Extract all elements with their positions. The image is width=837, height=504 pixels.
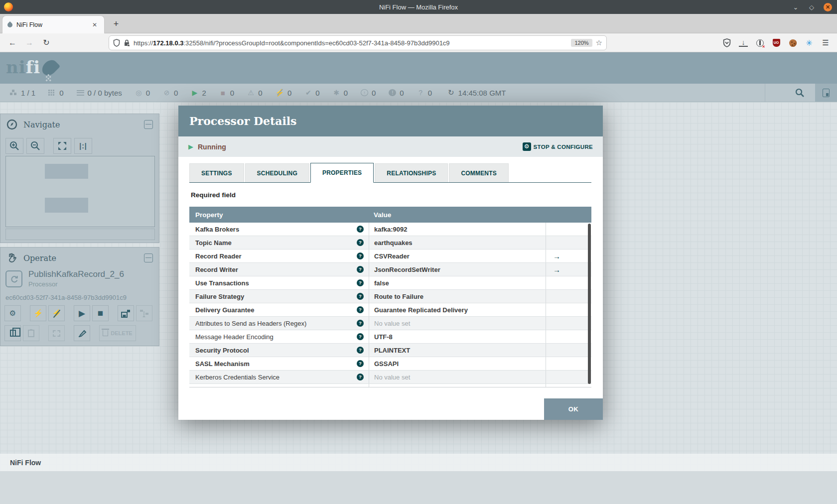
help-icon[interactable]: ? — [357, 266, 364, 273]
property-value: GSSAPI — [369, 357, 546, 370]
upload-template-button[interactable] — [136, 305, 152, 321]
tab-close-icon[interactable]: ✕ — [90, 20, 99, 29]
birdseye-minimap[interactable] — [5, 156, 155, 227]
extension-asterisk-icon[interactable]: ✳ — [805, 38, 814, 47]
back-button[interactable]: ← — [6, 36, 19, 49]
privacy-mask-icon[interactable] — [755, 38, 764, 47]
search-icon[interactable] — [795, 88, 804, 97]
property-name: Message Header Encoding? — [189, 330, 369, 343]
help-icon[interactable]: ? — [357, 252, 364, 259]
zoom-fit-button[interactable] — [53, 138, 71, 154]
not-transmitting-icon: ⊘ — [163, 89, 170, 97]
help-icon[interactable]: ? — [357, 333, 364, 340]
stop-and-configure-button[interactable]: ⚙ STOP & CONFIGURE — [523, 142, 593, 151]
navigate-panel-title: Navigate — [23, 120, 138, 129]
property-row: Record Writer?JsonRecordSetWriter→ — [189, 263, 591, 276]
help-icon[interactable]: ? — [357, 347, 364, 354]
operate-collapse-button[interactable]: — — [144, 253, 153, 262]
connection-lock-icon[interactable] — [124, 39, 130, 47]
url-field[interactable]: https://172.18.0.3:32558/nifi/?processGr… — [109, 35, 607, 50]
go-to-service-arrow-icon[interactable]: → — [546, 250, 591, 262]
gear-icon: ⚙ — [9, 309, 16, 318]
window-shade-icon[interactable]: ⌄ — [792, 3, 800, 11]
help-icon[interactable]: ? — [357, 226, 364, 233]
window-titlebar: NiFi Flow — Mozilla Firefox ⌄ ◇ ✕ — [0, 0, 837, 14]
cookie-icon[interactable] — [788, 38, 797, 47]
running-play-icon: ▶ — [188, 143, 193, 150]
pocket-shield-icon[interactable] — [722, 38, 731, 47]
start-button[interactable]: ▶ — [74, 305, 90, 321]
new-tab-button[interactable]: + — [110, 18, 123, 31]
threads-icon — [48, 90, 56, 96]
ublock-icon[interactable]: UO — [772, 38, 781, 47]
disabled-count: 0 — [287, 89, 291, 97]
help-icon[interactable]: ? — [357, 279, 364, 286]
breadcrumb[interactable]: NiFi Flow — [10, 459, 41, 467]
tab-scheduling[interactable]: SCHEDULING — [245, 163, 309, 182]
property-value: false — [369, 276, 546, 289]
zoom-actual-button[interactable]: |:| — [74, 138, 92, 154]
help-icon[interactable]: ? — [357, 306, 364, 313]
tab-properties[interactable]: PROPERTIES — [310, 163, 374, 183]
forward-button[interactable]: → — [23, 36, 36, 49]
play-icon: ▶ — [79, 308, 85, 319]
locally-modified-stale-icon: ! — [389, 89, 396, 96]
compass-icon — [6, 119, 17, 130]
firefox-icon — [4, 2, 13, 11]
browser-tab[interactable]: NiFi Flow ✕ — [2, 15, 105, 33]
table-scrollbar[interactable] — [588, 224, 591, 384]
window-maximize-icon[interactable]: ◇ — [808, 3, 816, 11]
browser-urlbar: ← → ↻ https://172.18.0.3:32558/nifi/?pro… — [0, 33, 837, 52]
help-icon[interactable]: ? — [357, 239, 364, 246]
status-item-cluster: 1 / 1 — [10, 89, 35, 97]
threads-count: 0 — [59, 89, 63, 97]
window-close-icon[interactable]: ✕ — [824, 3, 832, 11]
browser-menu-icon[interactable]: ☰ — [821, 38, 830, 47]
status-item-threads: 0 — [48, 89, 63, 97]
link-cell — [546, 344, 591, 357]
disable-button[interactable]: ⚡ — [48, 305, 65, 321]
url-text: https://172.18.0.3:32558/nifi/?processGr… — [134, 39, 567, 47]
status-item-queued: 0 / 0 bytes — [77, 89, 122, 97]
tab-relationships[interactable]: RELATIONSHIPS — [375, 163, 448, 182]
tab-settings[interactable]: SETTINGS — [189, 163, 244, 182]
ok-button[interactable]: OK — [544, 398, 603, 420]
delete-button[interactable]: DELETE — [99, 325, 136, 341]
help-icon[interactable]: ? — [357, 360, 364, 367]
reload-button[interactable]: ↻ — [40, 36, 53, 49]
downloads-icon[interactable]: ↓ — [739, 39, 748, 47]
bookmark-star-icon[interactable]: ☆ — [596, 38, 602, 47]
paste-button[interactable] — [23, 325, 39, 341]
zoom-level-badge[interactable]: 120% — [571, 39, 592, 47]
status-item-not-transmitting: ⊘0 — [163, 89, 178, 97]
property-name: SASL Mechanism? — [189, 357, 369, 370]
create-template-button[interactable] — [118, 305, 134, 321]
property-value: kafka:9092 — [369, 223, 546, 236]
group-button[interactable] — [48, 325, 65, 341]
stop-icon: ■ — [98, 308, 103, 319]
running-status-label: Running — [198, 143, 226, 151]
link-cell — [546, 236, 591, 249]
configure-button[interactable]: ⚙ — [4, 305, 21, 321]
status-item-stopped: ■0 — [219, 89, 234, 97]
property-name: Kerberos Credentials Service? — [189, 371, 369, 383]
go-to-service-arrow-icon[interactable]: → — [546, 263, 591, 276]
help-icon[interactable]: ? — [357, 320, 364, 327]
fill-color-button[interactable] — [74, 325, 90, 341]
zoom-in-button[interactable] — [5, 138, 23, 154]
bulletin-panel-toggle[interactable] — [815, 84, 837, 102]
copy-button[interactable] — [4, 325, 21, 341]
help-icon[interactable]: ? — [357, 293, 364, 300]
zoom-out-button[interactable] — [26, 138, 44, 154]
navigate-collapse-button[interactable]: — — [144, 120, 153, 129]
enable-button[interactable]: ⚡ — [30, 305, 46, 321]
stop-button[interactable]: ■ — [92, 305, 109, 321]
paste-icon — [28, 330, 34, 337]
window-title: NiFi Flow — Mozilla Firefox — [0, 3, 837, 11]
last-refreshed-time: 14:45:08 GMT — [458, 89, 506, 97]
stop-configure-gear-icon: ⚙ — [523, 142, 531, 151]
tab-comments[interactable]: COMMENTS — [449, 163, 509, 182]
tracking-shield-icon[interactable] — [113, 39, 120, 47]
refresh-icon[interactable]: ↻ — [448, 88, 454, 97]
help-icon[interactable]: ? — [357, 374, 364, 380]
